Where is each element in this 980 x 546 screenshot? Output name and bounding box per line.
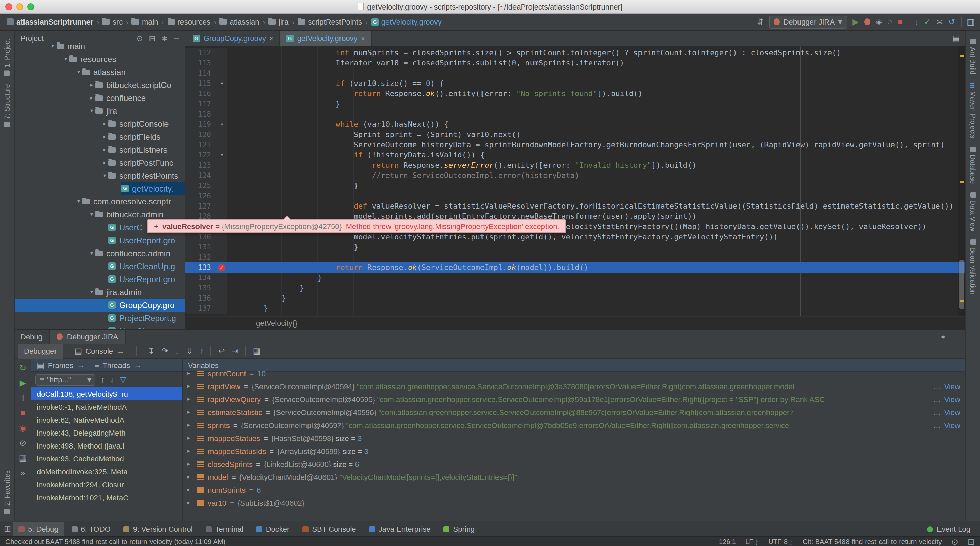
frame-up-icon[interactable]: ↑ — [101, 375, 105, 384]
frame-item[interactable]: invoke:93, CachedMethod — [31, 452, 182, 465]
fold-icon[interactable]: ▾ — [216, 150, 228, 160]
line-number[interactable]: 121 — [185, 140, 216, 150]
force-step-into-icon[interactable]: ⇓ — [186, 347, 193, 355]
frame-down-icon[interactable]: ↓ — [110, 375, 115, 384]
chevron-down-icon[interactable]: ▾ — [75, 198, 83, 204]
coverage-icon[interactable]: ◈ — [876, 18, 882, 26]
tree-item-projectreport-g[interactable]: GProjectReport.g — [15, 311, 185, 324]
sync-icon[interactable]: ⇵ — [757, 18, 764, 26]
editor-tab-getvelocity-groovy[interactable]: GgetVelocity.groovy× — [280, 31, 372, 46]
warning-stripe-mark[interactable] — [959, 300, 964, 302]
tool-button-7-structure[interactable]: 7: Structure — [3, 84, 11, 128]
background-tasks-icon[interactable]: ⊙ — [951, 538, 958, 546]
chevron-right-icon[interactable]: ▸ — [88, 82, 95, 88]
expand-icon[interactable]: ▸ — [187, 487, 194, 493]
chevron-right-icon[interactable]: ▸ — [88, 95, 95, 101]
view-breakpoints-icon[interactable]: ◉ — [19, 424, 27, 432]
breadcrumb-item-resources[interactable]: resources — [166, 18, 212, 26]
chevron-right-icon[interactable]: ▸ — [101, 160, 108, 166]
variable-row-sprintcount[interactable]: ▸sprintCount = 10 — [183, 367, 965, 380]
tool-button-5-debug[interactable]: 5: Debug — [13, 522, 64, 536]
expand-icon[interactable]: ▸ — [187, 396, 194, 402]
variable-row-mappedstatues[interactable]: ▸mappedStatues = {HashSet@40598} size = … — [183, 431, 965, 444]
debug-icon[interactable] — [864, 18, 870, 25]
tool-button-bean-validation[interactable]: Bean Validation — [969, 239, 977, 295]
line-number[interactable]: 126 — [185, 191, 216, 201]
frame-item[interactable]: invoke:62, NativeMethodA — [31, 413, 182, 426]
chevron-down-icon[interactable]: ▾ — [88, 108, 95, 114]
expand-icon[interactable]: ▸ — [187, 461, 194, 467]
vcs-commit-icon[interactable]: ✓ — [924, 18, 931, 26]
tool-button-6-todo[interactable]: 6: TODO — [66, 522, 116, 536]
stop-icon[interactable]: ■ — [897, 18, 903, 26]
tree-item-bitbucket-scriptco[interactable]: ▸bitbucket.scriptCo — [15, 78, 185, 91]
line-number[interactable]: 132 — [185, 252, 216, 262]
line-number[interactable]: 137 — [185, 303, 216, 314]
evaluate-expression-icon[interactable]: ▦ — [253, 347, 261, 355]
tree-item-jira[interactable]: ▾jira — [15, 104, 185, 117]
breadcrumb-item-jira[interactable]: jira — [267, 18, 290, 26]
line-number[interactable]: 113 — [185, 58, 216, 68]
expand-icon[interactable]: ▸ — [187, 422, 194, 428]
frame-item[interactable]: doMethodInvoke:325, Meta — [31, 465, 182, 478]
tree-item-groupcopy-gro[interactable]: GGroupCopy.gro — [15, 299, 185, 311]
tool-button-maven-projects[interactable]: mMaven Projects — [969, 83, 977, 138]
show-execution-point-icon[interactable]: ↧ — [148, 347, 154, 355]
expand-value-icon[interactable]: + — [154, 222, 158, 230]
breadcrumb-item-scriptrestpoints[interactable]: scriptRestPoints — [296, 18, 363, 26]
line-number[interactable]: 114 — [185, 68, 216, 78]
chevron-down-icon[interactable]: ▾ — [101, 172, 108, 179]
profiler-icon[interactable]: ◌ — [888, 18, 892, 26]
variable-row-rapidviewquery[interactable]: ▸rapidViewQuery = {ServiceOutcomeImpl@40… — [183, 393, 965, 406]
minimize-window-button[interactable] — [16, 3, 23, 10]
view-value-link[interactable]: View — [944, 421, 960, 429]
line-number[interactable]: 124 — [185, 171, 216, 180]
breadcrumb-item-atlassianscriptrunner[interactable]: atlassianScriptrunner — [5, 18, 95, 26]
frame-item[interactable]: invoke:498, Method (java.l — [31, 439, 182, 452]
mute-breakpoints-icon[interactable]: ⊘ — [19, 439, 26, 447]
close-tab-icon[interactable]: × — [361, 34, 365, 42]
warning-stripe-mark[interactable] — [959, 55, 964, 57]
line-number[interactable]: 134 — [185, 273, 216, 283]
fold-icon[interactable]: ▾ — [216, 78, 228, 89]
step-over-icon[interactable]: ↷ — [161, 347, 168, 355]
run-to-cursor-icon[interactable]: ⇥ — [232, 347, 239, 355]
line-number[interactable]: 116 — [185, 89, 216, 99]
view-value-link[interactable]: View — [944, 382, 960, 390]
tool-button-9-version-control[interactable]: 9: Version Control — [118, 522, 198, 536]
close-tab-icon[interactable]: × — [269, 34, 274, 42]
frame-item[interactable]: invoke:43, DelegatingMeth — [31, 426, 182, 439]
expand-icon[interactable]: ▸ — [187, 409, 194, 415]
pause-icon[interactable]: ‖ — [21, 394, 24, 402]
tool-button-database[interactable]: Database — [969, 147, 977, 184]
line-number[interactable]: 135 — [185, 283, 216, 293]
expand-icon[interactable]: ▸ — [187, 474, 194, 480]
tool-button-spring[interactable]: Spring — [438, 522, 480, 536]
caret-position[interactable]: 126:1 — [719, 538, 736, 545]
debug-session-tab[interactable]: Debugger JIRA — [49, 330, 126, 343]
editor-tab-groupcopy-groovy[interactable]: GGroupCopy.groovy× — [186, 31, 280, 46]
rerun-debug-icon[interactable]: ↻ — [19, 364, 26, 372]
expand-icon[interactable]: ▸ — [187, 448, 194, 454]
line-number[interactable]: 112 — [185, 48, 216, 58]
chevron-down-icon[interactable]: ▾ — [62, 56, 70, 62]
run-icon[interactable]: ▶ — [852, 18, 858, 26]
line-number[interactable]: 118 — [185, 109, 216, 119]
filter-frames-icon[interactable]: ▽ — [120, 375, 126, 384]
line-number[interactable]: 133 — [185, 262, 216, 273]
tree-item-userreport-gro[interactable]: GUserReport.gro — [15, 234, 185, 247]
tab-console[interactable]: ▤ Console → — [68, 344, 131, 358]
hide-panel-icon[interactable]: ─ — [954, 332, 959, 341]
variable-row-closedsprints[interactable]: ▸closedSprints = {LinkedList@40600} size… — [183, 457, 965, 470]
tab-list-icon[interactable]: ▤ — [947, 31, 965, 46]
view-value-link[interactable]: View — [944, 395, 960, 403]
close-window-button[interactable] — [5, 3, 12, 10]
tree-item-scriptfields[interactable]: ▸scriptFields — [15, 130, 185, 143]
editor-breadcrumb[interactable]: getVelocity{} — [256, 319, 297, 327]
chevron-right-icon[interactable]: ▸ — [101, 147, 108, 153]
chevron-down-icon[interactable]: ▾ — [88, 250, 95, 256]
line-number[interactable]: 122 — [185, 150, 216, 160]
stop-icon[interactable]: ■ — [21, 409, 25, 417]
variable-row-numsprints[interactable]: ▸numSprints = 6 — [183, 483, 965, 496]
tree-item-jira-admin[interactable]: ▾jira.admin — [15, 286, 185, 299]
